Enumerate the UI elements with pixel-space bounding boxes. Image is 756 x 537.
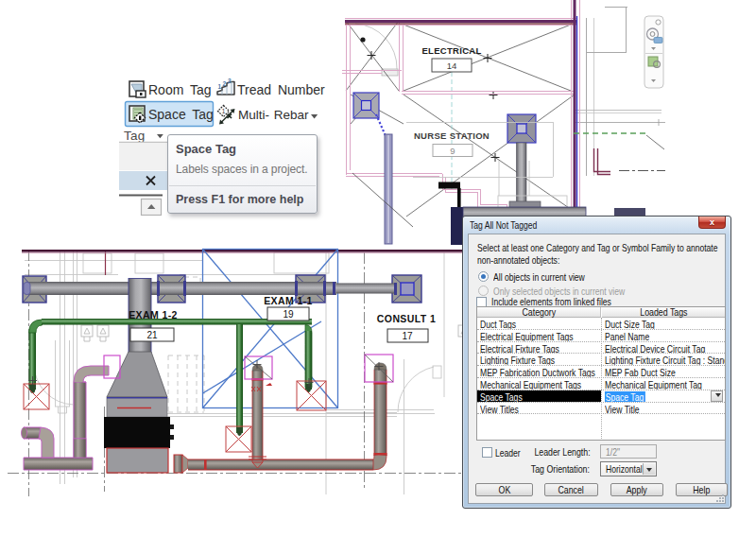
svg-text:19: 19 <box>283 309 294 320</box>
svg-text:9: 9 <box>450 146 455 156</box>
svg-text:NURSE STATION: NURSE STATION <box>414 130 490 141</box>
svg-text:3: 3 <box>228 78 232 84</box>
svg-text:Tread Number: Tread Number <box>237 82 325 97</box>
svg-text:2: 2 <box>223 80 227 87</box>
svg-text:14: 14 <box>447 61 457 71</box>
svg-text:EXAM 1-2: EXAM 1-2 <box>129 309 178 320</box>
svg-text:EXAM 1-1: EXAM 1-1 <box>264 295 313 306</box>
svg-text:21: 21 <box>146 330 158 340</box>
svg-text:1: 1 <box>222 108 226 114</box>
svg-text:Room Tag: Room Tag <box>148 82 212 97</box>
svg-text:CONSULT 1: CONSULT 1 <box>377 313 436 324</box>
svg-text:Multi- Rebar: Multi- Rebar <box>238 108 309 122</box>
svg-text:Space Tag: Space Tag <box>148 107 214 122</box>
svg-text:ELECTRICAL: ELECTRICAL <box>421 45 481 56</box>
svg-text:17: 17 <box>402 331 413 341</box>
svg-text:1: 1 <box>218 83 222 90</box>
